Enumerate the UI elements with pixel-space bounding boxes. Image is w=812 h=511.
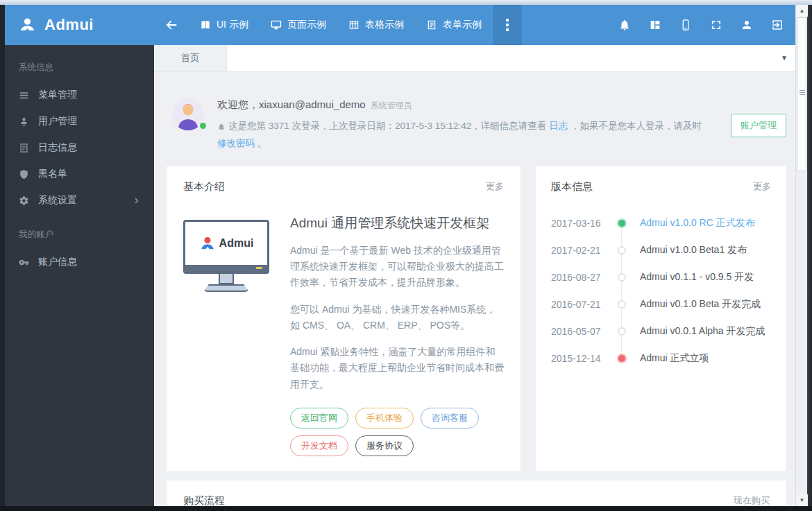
fullscreen-icon — [710, 19, 722, 31]
welcome-greeting: 欢迎您，xiaxuan@admui_demo — [217, 98, 366, 110]
sidebar-item-label: 菜单管理 — [38, 89, 77, 101]
welcome-message-end: 。 — [255, 138, 267, 148]
kebab-menu-icon — [506, 17, 509, 33]
main-area: 首页 ▼ 欢迎您，xiaxuan@admui_dem — [154, 45, 795, 506]
shield-icon — [19, 169, 29, 180]
timeline-entry: Admui v0.1.0 Beta 开发完成 — [640, 298, 761, 311]
sidebar-item-label: 日志信息 — [38, 141, 77, 154]
version-timeline: 2017-03-16 Admui v1.0.0 RC 正式发布 2017-02-… — [551, 210, 771, 372]
welcome-message: 这是您第 3371 次登录，上次登录日期：2017-5-3 15:12:42，详… — [217, 118, 713, 153]
purchase-card-title: 购买流程 — [183, 494, 225, 506]
tab-home-label: 首页 — [181, 52, 200, 64]
fullscreen-button[interactable] — [701, 5, 731, 45]
timeline-entry: Admui v0.1.1 - v0.9.5 开发 — [640, 271, 754, 284]
bell-small-icon — [217, 123, 226, 131]
timeline-dot — [618, 273, 626, 282]
welcome-message-pre: 这是您第 3371 次登录，上次登录日期：2017-5-3 15:12:42，详… — [228, 121, 549, 131]
monitor-logo-icon — [199, 235, 216, 252]
timeline-dot-green — [617, 218, 627, 228]
service-agreement-pill[interactable]: 服务协议 — [355, 435, 414, 456]
layout-button[interactable] — [640, 5, 670, 45]
tab-home[interactable]: 首页 — [154, 45, 227, 71]
intro-heading: Admui 通用管理系统快速开发框架 — [290, 214, 504, 232]
timeline-dot-red — [617, 354, 627, 363]
timeline-row: 2015-12-14 Admui 正式立项 — [551, 345, 771, 372]
timeline-entry: Admui 正式立项 — [640, 352, 709, 365]
intro-paragraph-1: Admui 是一个基于最新 Web 技术的企业级通用管理系统快速开发框架，可以帮… — [290, 243, 504, 291]
official-site-pill[interactable]: 返回官网 — [290, 408, 348, 428]
nav-more-button[interactable] — [493, 5, 522, 45]
version-card-more-link[interactable]: 更多 — [753, 180, 771, 193]
brand[interactable]: Admui — [5, 5, 154, 45]
timeline-date: 2015-12-14 — [551, 353, 609, 364]
tab-bar: 首页 ▼ — [154, 45, 795, 72]
change-password-link[interactable]: 修改密码 — [217, 138, 255, 148]
timeline-dot — [618, 327, 626, 336]
logout-button[interactable] — [762, 5, 793, 45]
log-link[interactable]: 日志 — [549, 121, 568, 131]
scrollbar-down-arrow[interactable]: ▼ — [796, 494, 808, 506]
notifications-button[interactable] — [609, 5, 640, 45]
tab-list-caret-icon[interactable]: ▼ — [781, 54, 788, 62]
chevron-right-icon — [133, 197, 140, 205]
window-top-edge — [0, 0, 812, 5]
sidebar-section-system: 系统信息 — [5, 45, 154, 82]
online-status-dot — [200, 123, 206, 129]
sidebar-item-label: 系统设置 — [38, 194, 77, 207]
brand-name: Admui — [44, 16, 94, 34]
book-icon — [200, 19, 211, 31]
sidebar-item-system-settings[interactable]: 系统设置 — [5, 187, 154, 214]
sidebar-item-blacklist[interactable]: 黑名单 — [5, 161, 154, 187]
dev-docs-pill[interactable]: 开发文档 — [290, 435, 348, 456]
avatar — [172, 98, 204, 130]
version-card: 版本信息 更多 2017-03-16 Admui v1.0.0 RC 正式发布 … — [536, 166, 786, 471]
timeline-date: 2017-02-21 — [551, 245, 609, 256]
scrollbar-grip — [800, 90, 805, 95]
sidebar: 系统信息 菜单管理 用户管理 日志信息 黑名单 — [5, 45, 154, 506]
sidebar-item-log-info[interactable]: 日志信息 — [5, 135, 154, 161]
logout-icon — [771, 19, 784, 31]
sidebar-section-account: 我的账户 — [5, 214, 154, 249]
window-right-edge — [807, 5, 812, 511]
version-card-title: 版本信息 — [551, 180, 593, 193]
nav-back-button[interactable] — [154, 5, 189, 45]
file-icon — [19, 143, 29, 153]
buy-now-link[interactable]: 现在购买 — [734, 494, 770, 506]
sidebar-item-menu-management[interactable]: 菜单管理 — [5, 82, 154, 108]
nav-item-ui-demo[interactable]: UI 示例 — [189, 5, 260, 45]
intro-card: 基本介绍 更多 Admui — [167, 166, 521, 471]
sidebar-item-account-info[interactable]: 账户信息 — [5, 249, 154, 275]
admui-logo-icon — [18, 16, 37, 35]
timeline-dot — [618, 246, 626, 254]
mobile-view-button[interactable] — [670, 5, 701, 45]
window-scrollbar[interactable]: ▲ ▼ — [795, 5, 807, 506]
timeline-row: 2017-02-21 Admui v1.0.0 Beta1 发布 — [551, 237, 771, 264]
sidebar-item-label: 账户信息 — [38, 256, 77, 268]
bell-icon — [618, 19, 631, 31]
timeline-date: 2016-05-07 — [551, 326, 609, 337]
key-icon — [19, 257, 29, 268]
nav-item-page-demo[interactable]: 页面示例 — [260, 5, 337, 45]
welcome-role: 系统管理员 — [371, 101, 412, 110]
window-bottom-edge — [0, 506, 812, 511]
sidebar-item-user-management[interactable]: 用户管理 — [5, 108, 154, 135]
account-manage-button[interactable]: 账户管理 — [731, 114, 786, 137]
nav-item-label: 表格示例 — [365, 19, 404, 31]
welcome-message-mid: ，如果不是您本人登录，请及时 — [568, 121, 702, 131]
sidebar-item-label: 用户管理 — [38, 115, 77, 128]
scrollbar-up-arrow[interactable]: ▲ — [796, 5, 808, 17]
timeline-entry-link[interactable]: Admui v1.0.0 RC 正式发布 — [640, 217, 755, 229]
nav-item-table-demo[interactable]: 表格示例 — [337, 5, 415, 45]
timeline-entry: Admui v1.0.0 Beta1 发布 — [640, 244, 747, 257]
sidebar-item-label: 黑名单 — [38, 168, 67, 180]
nav-item-form-demo[interactable]: 表单示例 — [415, 5, 493, 45]
gear-icon — [19, 196, 29, 206]
profile-button[interactable] — [731, 5, 762, 45]
timeline-date: 2016-08-27 — [551, 272, 609, 283]
mobile-experience-pill[interactable]: 手机体验 — [355, 408, 414, 428]
intro-paragraph-3: Admui 紧贴业务特性，涵盖了大量的常用组件和基础功能，最大程度上帮助企业节省… — [290, 344, 504, 392]
scrollbar-thumb[interactable] — [797, 17, 806, 171]
intro-card-title: 基本介绍 — [183, 180, 225, 193]
customer-service-pill[interactable]: 咨询客服 — [421, 408, 479, 428]
intro-card-more-link[interactable]: 更多 — [486, 180, 504, 193]
